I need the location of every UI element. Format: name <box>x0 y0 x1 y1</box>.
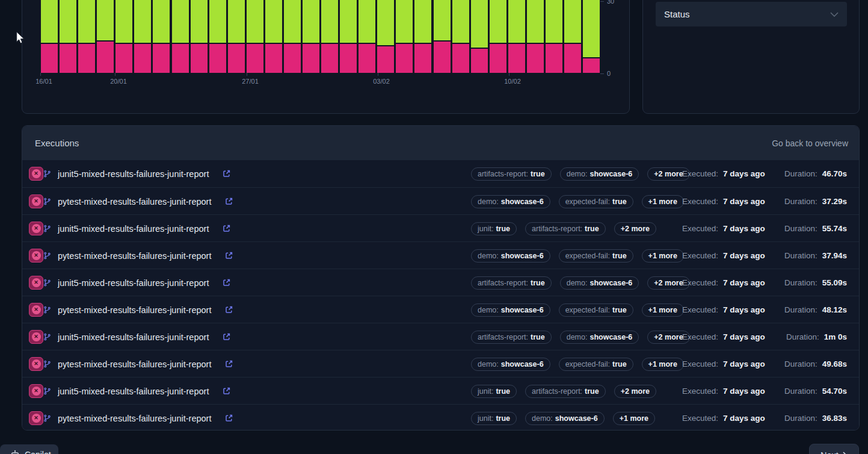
external-link-icon[interactable] <box>224 359 233 368</box>
tag-key: demo: <box>478 197 499 206</box>
tag-pill[interactable]: expected-fail:true <box>559 303 633 317</box>
git-branch-icon <box>43 305 51 314</box>
status-failed-icon: ✕ <box>29 222 43 235</box>
execution-row[interactable]: ✕junit5-mixed-results-failures-junit-rep… <box>22 160 859 187</box>
execution-row[interactable]: ✕junit5-mixed-results-failures-junit-rep… <box>22 323 859 350</box>
tag-key: demo: <box>532 414 553 423</box>
tag-key: artifacts-report: <box>532 387 582 396</box>
tag-pill[interactable]: artifacts-report:true <box>525 385 606 398</box>
execution-main-cell: ✕junit5-mixed-results-failures-junit-rep… <box>29 160 231 187</box>
tag-key: artifacts-report: <box>478 279 528 287</box>
tag-pill[interactable]: artifacts-report:true <box>525 222 606 235</box>
external-link-icon[interactable] <box>224 305 233 314</box>
tag-more-pill[interactable]: +1 more <box>642 249 684 263</box>
tag-more-pill[interactable]: +1 more <box>642 303 684 317</box>
execution-row[interactable]: ✕pytest-mixed-results-failures-junit-rep… <box>22 241 859 269</box>
tag-more-pill[interactable]: +1 more <box>642 358 684 371</box>
tag-pill[interactable]: demo:showcase-6 <box>471 249 550 263</box>
git-branch-icon <box>43 359 51 368</box>
tag-more-label: +1 more <box>648 197 677 206</box>
executions-rows: ✕junit5-mixed-results-failures-junit-rep… <box>22 160 859 431</box>
execution-tags: demo:showcase-6expected-fail:true+1 more <box>471 242 684 269</box>
status-filter-select[interactable]: Status <box>656 2 847 26</box>
execution-name: pytest-mixed-results-failures-junit-repo… <box>58 359 211 369</box>
external-link-icon[interactable] <box>222 224 231 233</box>
external-link-icon[interactable] <box>222 169 231 178</box>
copilot-button[interactable]: Copilot <box>0 444 58 454</box>
execution-tags: artifacts-report:truedemo:showcase-6+2 m… <box>471 323 690 350</box>
tag-more-pill[interactable]: +1 more <box>613 412 655 425</box>
tag-pill[interactable]: junit:true <box>471 412 517 425</box>
git-branch-icon <box>43 197 51 206</box>
executed-value: 7 days ago <box>723 251 765 260</box>
tag-pill[interactable]: artifacts-report:true <box>471 167 552 181</box>
tag-value: true <box>612 306 627 314</box>
tag-pill[interactable]: junit:true <box>471 385 517 398</box>
duration-label: Duration: <box>784 359 817 368</box>
execution-tags: junit:trueartifacts-report:true+2 more <box>471 378 656 405</box>
tag-value: showcase-6 <box>589 170 632 178</box>
tag-key: junit: <box>478 225 493 233</box>
execution-row[interactable]: ✕junit5-mixed-results-failures-junit-rep… <box>22 269 859 296</box>
tag-key: artifacts-report: <box>478 333 528 341</box>
chevron-right-icon <box>843 452 848 454</box>
tag-pill[interactable]: demo:showcase-6 <box>560 167 639 181</box>
failed-x-icon: ✕ <box>32 197 41 206</box>
execution-main-cell: ✕pytest-mixed-results-failures-junit-rep… <box>29 350 233 378</box>
execution-executed-cell: Executed:7 days ago <box>682 405 765 431</box>
execution-row[interactable]: ✕pytest-mixed-results-failures-junit-rep… <box>22 187 859 214</box>
tag-more-pill[interactable]: +2 more <box>614 222 656 235</box>
next-page-button[interactable]: Next <box>809 444 859 454</box>
executed-label: Executed: <box>682 414 718 423</box>
external-link-icon[interactable] <box>224 197 233 206</box>
external-link-icon[interactable] <box>222 332 231 341</box>
tag-pill[interactable]: artifacts-report:true <box>471 276 552 290</box>
execution-executed-cell: Executed:7 days ago <box>682 323 765 350</box>
execution-duration-cell: Duration:48.12s <box>784 296 847 323</box>
external-link-icon[interactable] <box>224 251 233 260</box>
failed-x-icon: ✕ <box>32 251 41 260</box>
execution-tags: artifacts-report:truedemo:showcase-6+2 m… <box>471 269 690 296</box>
tag-pill[interactable]: demo:showcase-6 <box>525 412 605 425</box>
tag-more-pill[interactable]: +1 more <box>642 195 684 208</box>
execution-executed-cell: Executed:7 days ago <box>682 215 765 242</box>
tag-pill[interactable]: junit:true <box>471 222 517 235</box>
tag-pill[interactable]: artifacts-report:true <box>471 331 552 344</box>
tag-pill[interactable]: demo:showcase-6 <box>471 358 550 371</box>
tag-pill[interactable]: expected-fail:true <box>559 195 633 208</box>
execution-name: pytest-mixed-results-failures-junit-repo… <box>58 197 211 207</box>
filters-panel: Status <box>642 0 860 114</box>
tag-pill[interactable]: expected-fail:true <box>559 249 633 263</box>
executions-chart-panel <box>22 0 630 114</box>
tag-value: showcase-6 <box>501 252 544 260</box>
tag-pill[interactable]: expected-fail:true <box>559 358 633 371</box>
executed-label: Executed: <box>682 332 718 341</box>
external-link-icon[interactable] <box>224 414 233 423</box>
execution-tags: artifacts-report:truedemo:showcase-6+2 m… <box>471 160 690 187</box>
execution-main-cell: ✕junit5-mixed-results-failures-junit-rep… <box>29 378 231 405</box>
tag-pill[interactable]: demo:showcase-6 <box>560 331 639 344</box>
external-link-icon[interactable] <box>222 387 231 396</box>
tag-pill[interactable]: demo:showcase-6 <box>560 276 639 290</box>
execution-row[interactable]: ✕junit5-mixed-results-failures-junit-rep… <box>22 214 859 241</box>
execution-name: pytest-mixed-results-failures-junit-repo… <box>58 305 211 315</box>
execution-row[interactable]: ✕pytest-mixed-results-failures-junit-rep… <box>22 404 859 431</box>
execution-row[interactable]: ✕pytest-mixed-results-failures-junit-rep… <box>22 296 859 323</box>
external-link-icon[interactable] <box>222 278 231 287</box>
execution-executed-cell: Executed:7 days ago <box>682 188 765 215</box>
tag-key: demo: <box>478 306 499 314</box>
tag-pill[interactable]: demo:showcase-6 <box>471 303 550 317</box>
tag-more-pill[interactable]: +2 more <box>614 385 656 398</box>
failed-x-icon: ✕ <box>32 359 41 368</box>
execution-row[interactable]: ✕junit5-mixed-results-failures-junit-rep… <box>22 377 859 404</box>
executed-label: Executed: <box>682 169 718 178</box>
tag-pill[interactable]: demo:showcase-6 <box>471 195 550 208</box>
tag-key: expected-fail: <box>565 197 610 206</box>
go-back-overview-link[interactable]: Go back to overview <box>772 138 848 148</box>
executed-label: Executed: <box>682 197 718 206</box>
executions-panel: Executions Go back to overview ✕junit5-m… <box>22 125 860 431</box>
tag-value: true <box>585 387 599 396</box>
execution-row[interactable]: ✕pytest-mixed-results-failures-junit-rep… <box>22 350 859 377</box>
executed-label: Executed: <box>682 278 718 287</box>
git-branch-icon <box>43 414 51 423</box>
